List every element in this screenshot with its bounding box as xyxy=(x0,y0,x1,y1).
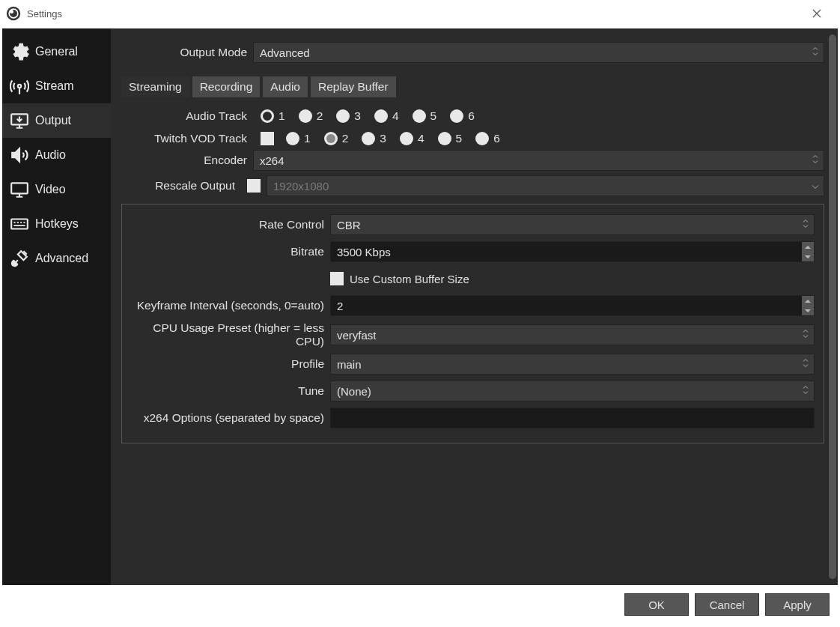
audio-track-radio-1[interactable] xyxy=(261,109,274,123)
svg-point-3 xyxy=(10,10,13,13)
chevron-updown-icon xyxy=(802,385,809,398)
audio-track-radio-3[interactable] xyxy=(336,109,350,123)
main-panel: Output Mode Advanced Streaming Recording… xyxy=(111,28,838,585)
tune-label: Tune xyxy=(122,384,330,398)
chevron-down-icon xyxy=(812,180,819,193)
encoder-settings-panel: Rate Control CBR Bitrate 3500 Kbps Use C… xyxy=(121,204,824,443)
audio-track-label: Audio Track xyxy=(121,109,253,123)
vod-track-radio-2[interactable] xyxy=(324,132,338,145)
window-title: Settings xyxy=(27,8,62,19)
vod-track-radio-3[interactable] xyxy=(362,132,375,145)
sidebar-label: Advanced xyxy=(35,252,88,265)
bitrate-label: Bitrate xyxy=(122,245,330,258)
x264-opts-label: x264 Options (separated by space) xyxy=(122,411,330,425)
custom-buffer-checkbox[interactable] xyxy=(330,272,344,285)
vod-track-radio-1[interactable] xyxy=(286,132,299,145)
vod-track-radio-6[interactable] xyxy=(475,132,489,145)
sidebar-item-output[interactable]: Output xyxy=(2,103,111,138)
vod-track-radio-4[interactable] xyxy=(400,132,413,145)
sidebar-label: Hotkeys xyxy=(35,217,79,231)
sidebar-item-audio[interactable]: Audio xyxy=(2,138,111,172)
tab-replay-buffer[interactable]: Replay Buffer xyxy=(311,76,396,97)
apply-button[interactable]: Apply xyxy=(765,593,830,616)
sidebar-label: Audio xyxy=(35,148,66,162)
sidebar-item-advanced[interactable]: Advanced xyxy=(2,241,111,276)
chevron-updown-icon xyxy=(802,329,809,342)
sidebar-item-general[interactable]: General xyxy=(2,34,111,69)
encoder-value: x264 xyxy=(260,154,284,167)
output-mode-label: Output Mode xyxy=(121,46,253,59)
speaker-icon xyxy=(10,145,29,165)
sidebar-label: Output xyxy=(35,114,71,127)
sidebar-label: General xyxy=(35,45,78,58)
keyframe-spinner[interactable] xyxy=(802,296,814,315)
chevron-updown-icon xyxy=(812,154,819,167)
cpu-preset-label: CPU Usage Preset (higher = less CPU) xyxy=(122,321,330,348)
chevron-updown-icon xyxy=(812,46,819,59)
rescale-value: 1920x1080 xyxy=(273,180,329,193)
rate-control-label: Rate Control xyxy=(122,218,330,231)
vod-track-radio-5[interactable] xyxy=(438,132,451,145)
titlebar: Settings xyxy=(0,0,840,27)
encoder-label: Encoder xyxy=(121,154,253,167)
audio-track-radio-2[interactable] xyxy=(299,109,312,123)
profile-label: Profile xyxy=(122,357,330,371)
tab-streaming[interactable]: Streaming xyxy=(121,76,189,97)
keyframe-input[interactable]: 2 xyxy=(330,295,815,316)
rescale-label: Rescale Output xyxy=(121,179,241,193)
cpu-preset-dropdown[interactable]: veryfast xyxy=(330,324,815,345)
close-icon[interactable] xyxy=(800,0,834,27)
monitor-icon xyxy=(10,180,29,199)
tune-dropdown[interactable]: (None) xyxy=(330,381,815,402)
sidebar-item-video[interactable]: Video xyxy=(2,172,111,207)
tools-icon xyxy=(10,249,29,268)
audio-track-radio-4[interactable] xyxy=(374,109,388,123)
tab-audio[interactable]: Audio xyxy=(263,76,308,97)
output-mode-dropdown[interactable]: Advanced xyxy=(253,42,824,63)
sidebar-item-stream[interactable]: Stream xyxy=(2,69,111,103)
sidebar: General Stream Output Audio Video Hotkey… xyxy=(2,28,111,585)
obs-logo-icon xyxy=(6,6,21,21)
sidebar-item-hotkeys[interactable]: Hotkeys xyxy=(2,207,111,241)
gear-icon xyxy=(10,42,29,61)
chevron-updown-icon xyxy=(802,358,809,371)
svg-rect-5 xyxy=(11,183,28,193)
ok-button[interactable]: OK xyxy=(624,593,689,616)
chevron-updown-icon xyxy=(802,219,809,231)
keyboard-icon xyxy=(10,214,29,234)
output-icon xyxy=(10,111,29,130)
audio-track-radio-6[interactable] xyxy=(450,109,463,123)
vod-track-checkbox[interactable] xyxy=(261,132,274,145)
sidebar-label: Stream xyxy=(35,79,74,93)
keyframe-label: Keyframe Interval (seconds, 0=auto) xyxy=(122,299,330,312)
profile-dropdown[interactable]: main xyxy=(330,354,815,375)
sidebar-label: Video xyxy=(35,183,66,196)
antenna-icon xyxy=(10,76,29,96)
output-mode-value: Advanced xyxy=(260,46,310,59)
bitrate-input[interactable]: 3500 Kbps xyxy=(330,241,815,262)
rescale-dropdown[interactable]: 1920x1080 xyxy=(267,175,824,196)
audio-track-radio-5[interactable] xyxy=(413,109,426,123)
custom-buffer-label: Use Custom Buffer Size xyxy=(350,273,469,285)
footer: OK Cancel Apply xyxy=(0,585,840,624)
bitrate-spinner[interactable] xyxy=(802,242,814,261)
rescale-checkbox[interactable] xyxy=(247,179,261,193)
vod-track-label: Twitch VOD Track xyxy=(121,132,253,145)
rate-control-dropdown[interactable]: CBR xyxy=(330,214,815,235)
cancel-button[interactable]: Cancel xyxy=(695,593,759,616)
encoder-dropdown[interactable]: x264 xyxy=(253,150,824,171)
tabs: Streaming Recording Audio Replay Buffer xyxy=(121,76,824,97)
x264-opts-input[interactable] xyxy=(330,408,815,428)
tab-recording[interactable]: Recording xyxy=(192,76,261,97)
svg-rect-6 xyxy=(11,219,28,229)
scrollbar[interactable] xyxy=(829,34,836,579)
